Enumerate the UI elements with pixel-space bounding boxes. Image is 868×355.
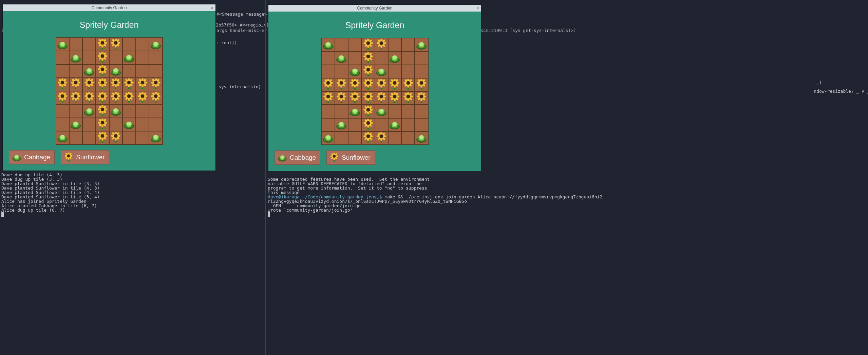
- garden-tile[interactable]: [109, 131, 122, 144]
- garden-tile[interactable]: [335, 118, 348, 131]
- garden-tile[interactable]: [136, 38, 149, 51]
- garden-tile[interactable]: [361, 91, 375, 105]
- garden-tile[interactable]: [122, 118, 136, 131]
- garden-tile[interactable]: [401, 131, 415, 145]
- garden-tile[interactable]: [82, 104, 96, 118]
- garden-tile[interactable]: [96, 65, 109, 78]
- garden-tile[interactable]: [109, 91, 122, 104]
- garden-tile[interactable]: [388, 38, 401, 51]
- garden-tile[interactable]: [56, 104, 69, 118]
- garden-tile[interactable]: [109, 38, 122, 51]
- garden-tile[interactable]: [322, 78, 335, 91]
- garden-tile[interactable]: [361, 118, 375, 131]
- garden-tile[interactable]: [82, 65, 96, 78]
- garden-tile[interactable]: [401, 38, 415, 51]
- garden-tile[interactable]: [375, 105, 388, 118]
- garden-tile[interactable]: [82, 51, 96, 64]
- garden-tile[interactable]: [322, 105, 335, 118]
- garden-tile[interactable]: [96, 118, 109, 131]
- garden-tile[interactable]: [388, 118, 401, 131]
- garden-tile[interactable]: [136, 104, 149, 118]
- garden-tile[interactable]: [56, 51, 69, 64]
- garden-tile[interactable]: [69, 91, 82, 104]
- garden-tile[interactable]: [69, 104, 82, 118]
- garden-tile[interactable]: [69, 65, 82, 78]
- garden-tile[interactable]: [69, 78, 82, 91]
- garden-tile[interactable]: [69, 38, 82, 51]
- garden-tile[interactable]: [415, 38, 428, 51]
- garden-tile[interactable]: [96, 104, 109, 118]
- close-icon[interactable]: ×: [476, 5, 479, 11]
- garden-tile[interactable]: [388, 131, 401, 145]
- garden-tile[interactable]: [401, 105, 415, 118]
- garden-tile[interactable]: [136, 65, 149, 78]
- garden-tile[interactable]: [361, 51, 375, 65]
- garden-tile[interactable]: [96, 131, 109, 144]
- garden-tile[interactable]: [375, 51, 388, 65]
- garden-tile[interactable]: [149, 104, 162, 118]
- garden-tile[interactable]: [136, 51, 149, 64]
- garden-tile[interactable]: [56, 118, 69, 131]
- garden-tile[interactable]: [122, 91, 136, 104]
- garden-tile[interactable]: [122, 51, 136, 64]
- garden-tile[interactable]: [348, 105, 361, 118]
- garden-tile[interactable]: [388, 65, 401, 78]
- garden-tile[interactable]: [96, 51, 109, 64]
- garden-tile[interactable]: [56, 78, 69, 91]
- garden-tile[interactable]: [149, 65, 162, 78]
- window-titlebar[interactable]: Community Garden×: [3, 4, 215, 11]
- garden-tile[interactable]: [96, 78, 109, 91]
- garden-tile[interactable]: [82, 131, 96, 144]
- garden-tile[interactable]: [348, 51, 361, 65]
- garden-tile[interactable]: [415, 105, 428, 118]
- garden-tile[interactable]: [375, 78, 388, 91]
- garden-tile[interactable]: [322, 118, 335, 131]
- garden-tile[interactable]: [56, 131, 69, 144]
- garden-tile[interactable]: [335, 38, 348, 51]
- cabbage-button[interactable]: Cabbage: [275, 150, 320, 165]
- garden-tile[interactable]: [335, 65, 348, 78]
- garden-tile[interactable]: [415, 118, 428, 131]
- garden-tile[interactable]: [82, 38, 96, 51]
- garden-tile[interactable]: [415, 78, 428, 91]
- garden-tile[interactable]: [322, 91, 335, 105]
- garden-tile[interactable]: [348, 118, 361, 131]
- garden-tile[interactable]: [348, 91, 361, 105]
- garden-tile[interactable]: [122, 78, 136, 91]
- garden-tile[interactable]: [149, 78, 162, 91]
- garden-tile[interactable]: [375, 91, 388, 105]
- garden-tile[interactable]: [69, 51, 82, 64]
- garden-tile[interactable]: [136, 131, 149, 144]
- garden-tile[interactable]: [136, 91, 149, 104]
- garden-tile[interactable]: [122, 38, 136, 51]
- garden-tile[interactable]: [348, 78, 361, 91]
- garden-tile[interactable]: [335, 78, 348, 91]
- garden-tile[interactable]: [361, 131, 375, 145]
- garden-tile[interactable]: [322, 38, 335, 51]
- garden-tile[interactable]: [375, 38, 388, 51]
- garden-tile[interactable]: [335, 105, 348, 118]
- garden-tile[interactable]: [348, 38, 361, 51]
- garden-tile[interactable]: [415, 51, 428, 65]
- garden-tile[interactable]: [149, 131, 162, 144]
- garden-tile[interactable]: [122, 65, 136, 78]
- garden-tile[interactable]: [82, 118, 96, 131]
- garden-tile[interactable]: [375, 118, 388, 131]
- garden-tile[interactable]: [109, 104, 122, 118]
- pane-divider[interactable]: [265, 0, 266, 355]
- garden-tile[interactable]: [361, 38, 375, 51]
- garden-tile[interactable]: [415, 131, 428, 145]
- garden-tile[interactable]: [415, 91, 428, 105]
- garden-tile[interactable]: [361, 65, 375, 78]
- garden-tile[interactable]: [348, 65, 361, 78]
- garden-tile[interactable]: [415, 65, 428, 78]
- garden-tile[interactable]: [388, 91, 401, 105]
- garden-tile[interactable]: [149, 118, 162, 131]
- garden-tile[interactable]: [149, 51, 162, 64]
- garden-tile[interactable]: [69, 118, 82, 131]
- garden-tile[interactable]: [109, 78, 122, 91]
- garden-tile[interactable]: [401, 51, 415, 65]
- garden-tile[interactable]: [401, 78, 415, 91]
- garden-tile[interactable]: [361, 78, 375, 91]
- garden-tile[interactable]: [122, 131, 136, 144]
